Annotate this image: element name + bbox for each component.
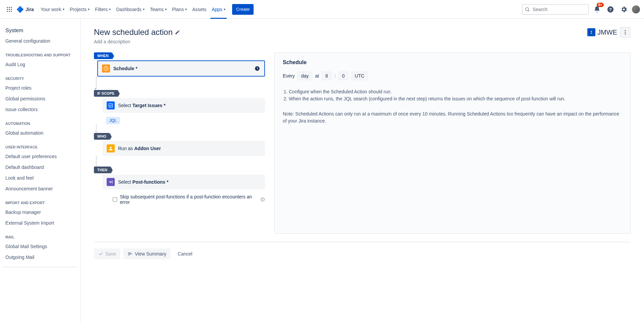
svg-rect-19	[109, 104, 113, 107]
sidebar-title: System	[0, 26, 80, 36]
sidebar-item-issue-collectors[interactable]: Issue collectors	[0, 104, 80, 115]
sidebar-item-general-configuration[interactable]: General configuration	[0, 36, 80, 46]
sidebar-heading: IMPORT AND EXPORT	[0, 194, 80, 207]
sidebar-item-global-automation[interactable]: Global automation	[0, 128, 80, 138]
sidebar-item-look-and-feel[interactable]: Look and feel	[0, 173, 80, 183]
clock-icon	[102, 64, 110, 73]
jql-chip[interactable]: JQL	[106, 117, 120, 124]
postfn-icon	[107, 178, 115, 186]
svg-point-9	[526, 7, 529, 10]
app-switcher-icon[interactable]	[4, 4, 15, 15]
svg-point-13	[589, 30, 593, 34]
help-icon[interactable]: ?	[605, 4, 616, 15]
nav-projects[interactable]: Projects▾	[67, 4, 93, 15]
search-input[interactable]	[522, 4, 589, 15]
info-icon[interactable]	[260, 197, 265, 202]
view-summary-button[interactable]: View Summary	[123, 248, 170, 259]
main-content: New scheduled action JMWE Add a descript…	[80, 19, 644, 322]
detail-heading: Schedule	[283, 59, 622, 65]
ifscope-tag: IF SCOPE	[94, 90, 118, 97]
tz-select[interactable]: UTC	[351, 72, 368, 80]
action-flow: WHEN Schedule * ▾ IF SCOPE	[94, 52, 265, 234]
schedule-status-icon	[254, 65, 260, 72]
sidebar-item-global-mail-settings[interactable]: Global Mail Settings	[0, 241, 80, 252]
search-icon	[525, 7, 530, 12]
notifications-icon[interactable]: 9+	[592, 4, 602, 15]
nav-assets[interactable]: Assets	[190, 4, 209, 15]
nav-teams[interactable]: Teams▾	[147, 4, 169, 15]
run-as-card[interactable]: Run as Addon User	[103, 141, 265, 156]
minute-input[interactable]: 0	[338, 72, 348, 80]
save-button[interactable]: Save	[94, 248, 120, 259]
sidebar-item-global-permissions[interactable]: Global permissions	[0, 93, 80, 104]
sidebar-heading: USER INTERFACE	[0, 138, 80, 151]
notification-badge: 9+	[597, 3, 604, 7]
sidebar-heading: SECURITY	[0, 70, 80, 83]
svg-point-6	[7, 11, 8, 12]
cancel-button[interactable]: Cancel	[174, 248, 197, 259]
user-icon	[107, 144, 115, 152]
schedule-row: Every day at 8 : 0 UTC	[283, 72, 622, 80]
more-actions-button[interactable]	[620, 27, 631, 38]
skip-checkbox[interactable]	[113, 197, 117, 202]
nav-dashboards[interactable]: Dashboards▾	[113, 4, 147, 15]
unit-select[interactable]: day	[298, 72, 313, 80]
schedule-card[interactable]: Schedule *	[97, 60, 265, 77]
create-button[interactable]: Create	[232, 4, 254, 15]
who-tag: WHO	[94, 133, 110, 140]
target-issues-card[interactable]: Select Target Issues *	[103, 98, 265, 113]
settings-icon[interactable]	[619, 4, 629, 15]
svg-point-23	[263, 198, 263, 199]
sidebar-item-project-roles[interactable]: Project roles	[0, 83, 80, 93]
svg-point-15	[625, 32, 626, 33]
nav-your-work[interactable]: Your work▾	[38, 4, 67, 15]
svg-point-2	[11, 7, 12, 8]
sidebar-heading: MAIL	[0, 228, 80, 241]
post-functions-card[interactable]: Select Post-functions *	[103, 175, 265, 189]
sidebar-heading: AUTOMATION	[0, 115, 80, 128]
svg-point-8	[11, 11, 12, 12]
svg-line-10	[528, 10, 529, 11]
app-badge: JMWE	[587, 28, 617, 36]
svg-point-5	[11, 9, 12, 10]
jmwe-icon	[587, 28, 595, 36]
svg-point-1	[9, 7, 10, 8]
jira-logo[interactable]: Jira	[16, 5, 34, 13]
when-tag: WHEN	[94, 52, 112, 59]
product-name: Jira	[25, 7, 34, 12]
sidebar-item-backup-manager[interactable]: Backup manager	[0, 207, 80, 218]
sidebar-item-default-user-preferences[interactable]: Default user preferences	[0, 151, 80, 162]
svg-point-14	[625, 30, 626, 31]
svg-point-3	[7, 9, 8, 10]
nav-apps[interactable]: Apps▾	[209, 4, 228, 15]
edit-title-icon[interactable]	[175, 30, 180, 35]
sidebar-item-external-system-import[interactable]: External System Import	[0, 218, 80, 228]
avatar[interactable]	[632, 5, 640, 13]
sidebar-item-announcement-banner[interactable]: Announcement banner	[0, 183, 80, 194]
sidebar: System General configurationTROUBLESHOOT…	[0, 19, 80, 322]
sidebar-divider	[3, 267, 77, 267]
svg-point-4	[9, 9, 10, 10]
sidebar-heading: TROUBLESHOOTING AND SUPPORT	[0, 46, 80, 59]
svg-point-7	[9, 11, 10, 12]
schedule-detail-panel: Schedule Every day at 8 : 0 UTC Configur…	[274, 52, 631, 234]
sidebar-item-audit-log[interactable]: Audit Log	[0, 59, 80, 70]
page-title: New scheduled action	[94, 28, 180, 37]
nav-plans[interactable]: Plans▾	[169, 4, 190, 15]
svg-point-0	[7, 7, 8, 8]
search-box	[522, 4, 589, 15]
top-nav: Jira Your work▾Projects▾Filters▾Dashboar…	[0, 0, 644, 19]
svg-point-16	[625, 34, 626, 35]
skip-label: Skip subsequent post-functions if a post…	[120, 194, 258, 205]
sidebar-item-default-dashboard[interactable]: Default dashboard	[0, 162, 80, 173]
footer-actions: Save View Summary Cancel	[94, 242, 631, 259]
target-icon	[107, 101, 115, 109]
hour-input[interactable]: 8	[322, 72, 332, 80]
svg-text:?: ?	[609, 7, 612, 12]
instructions: Configure when the Scheduled Action shou…	[283, 88, 622, 125]
svg-point-20	[110, 147, 111, 148]
nav-filters[interactable]: Filters▾	[92, 4, 113, 15]
description-field[interactable]: Add a description	[94, 39, 631, 44]
then-tag: THEN	[94, 167, 111, 173]
sidebar-item-outgoing-mail[interactable]: Outgoing Mail	[0, 252, 80, 263]
